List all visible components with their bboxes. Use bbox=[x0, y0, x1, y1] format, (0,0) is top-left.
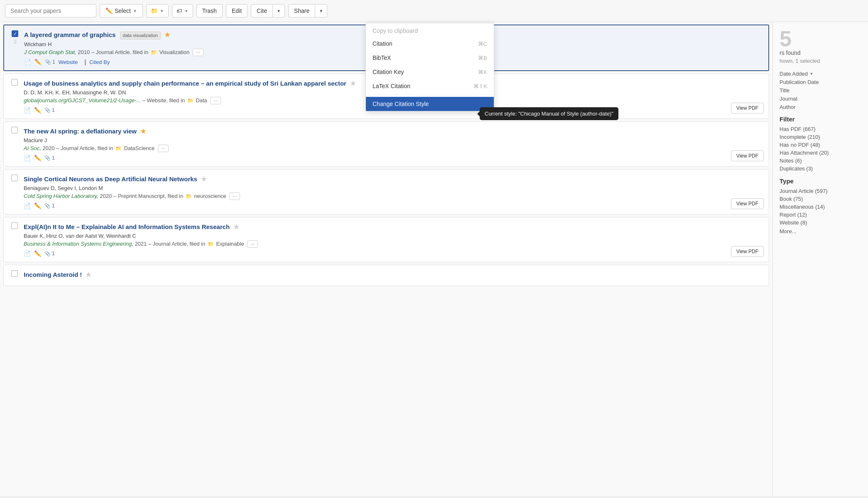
notes-icon[interactable]: 📄 bbox=[24, 250, 31, 257]
checkbox-area bbox=[10, 175, 20, 181]
tag-caret: ▼ bbox=[184, 9, 189, 13]
sort-title[interactable]: Title bbox=[780, 87, 861, 94]
star-icon[interactable]: ★ bbox=[201, 175, 206, 182]
filter-notes[interactable]: Notes (6) bbox=[780, 157, 861, 165]
edit-icon[interactable]: ✏️ bbox=[34, 155, 41, 161]
paper-source: AI Soc, 2020 – Journal Article, filed in… bbox=[24, 145, 763, 152]
paperclip-icon: 📎 bbox=[44, 107, 51, 113]
view-pdf-button[interactable]: View PDF bbox=[731, 246, 764, 257]
sort-options: Publication Date Title Journal Author bbox=[780, 79, 861, 111]
paper-item: Single Cortical Neurons as Deep Artifici… bbox=[3, 169, 769, 214]
type-website[interactable]: Website (8) bbox=[780, 219, 861, 227]
edit-icon[interactable]: ✏️ bbox=[34, 250, 41, 257]
filter-incomplete[interactable]: Incomplete (210) bbox=[780, 133, 861, 141]
star-icon[interactable]: ★ bbox=[86, 271, 91, 278]
star-icon[interactable]: ★ bbox=[350, 80, 356, 87]
paper-checkbox[interactable]: ✓ bbox=[12, 30, 18, 37]
folder-icon: 📁 bbox=[186, 193, 192, 199]
latex-citation-item[interactable]: LaTeX Citation ⌘⇧K bbox=[366, 79, 494, 93]
paper-checkbox[interactable] bbox=[11, 270, 18, 277]
sort-publication-date[interactable]: Publication Date bbox=[780, 79, 861, 86]
type-section: Type Journal Article (597) Book (75) Mis… bbox=[780, 178, 861, 234]
paper-title: Incoming Asteroid ! ★ bbox=[24, 270, 763, 279]
filter-attachment[interactable]: Has Attachment (20) bbox=[780, 149, 861, 157]
paper-actions: 📄 ✏️ 📎 1 bbox=[24, 155, 763, 161]
more-types-link[interactable]: More... bbox=[780, 228, 861, 234]
notes-icon[interactable]: 📄 bbox=[24, 202, 31, 209]
view-pdf-button[interactable]: View PDF bbox=[731, 198, 764, 209]
sort-arrow-icon: ▼ bbox=[809, 71, 814, 76]
more-button[interactable]: ··· bbox=[193, 49, 204, 56]
cited-by-link[interactable]: Cited By bbox=[89, 59, 110, 65]
filter-has-pdf[interactable]: Has PDF (667) bbox=[780, 125, 861, 133]
paper-checkbox[interactable] bbox=[11, 222, 18, 229]
website-link[interactable]: Website bbox=[59, 59, 78, 65]
drag-handle[interactable]: ⠿ bbox=[13, 39, 17, 45]
more-button[interactable]: ··· bbox=[247, 240, 258, 248]
paper-item: The new AI spring: a deflationary view ★… bbox=[3, 121, 769, 167]
edit-button[interactable]: Edit bbox=[226, 4, 248, 17]
edit-icon[interactable]: ✏️ bbox=[34, 202, 41, 209]
citation-key-item[interactable]: Citation Key ⌘K bbox=[366, 65, 494, 79]
sort-journal[interactable]: Journal bbox=[780, 95, 861, 102]
paper-content: Incoming Asteroid ! ★ bbox=[24, 270, 763, 281]
sort-label[interactable]: Date Added ▼ bbox=[780, 71, 861, 77]
edit-icon[interactable]: ✏️ bbox=[34, 59, 42, 65]
paper-checkbox[interactable] bbox=[11, 79, 18, 86]
attachment-badge: 📎 1 bbox=[44, 203, 55, 209]
filter-no-pdf[interactable]: Has no PDF (48) bbox=[780, 141, 861, 149]
tag-icon: 🏷 bbox=[177, 7, 182, 14]
cite-arrow-button[interactable]: ▼ bbox=[272, 4, 285, 17]
trash-button[interactable]: Trash bbox=[196, 4, 223, 17]
right-sidebar: 5 rs found hown, 1 selected Date Added ▼… bbox=[772, 22, 868, 496]
paper-checkbox[interactable] bbox=[11, 127, 18, 133]
change-citation-style-item[interactable]: Change Citation Style bbox=[366, 97, 494, 111]
citation-item[interactable]: Citation ⌘C bbox=[366, 37, 494, 51]
checkbox-area bbox=[10, 270, 20, 277]
folder-icon: 📁 bbox=[115, 145, 122, 151]
toolbar: ✏️ Select ▼ 📁 ▼ 🏷 ▼ Trash Edit Cite ▼ Sh… bbox=[0, 0, 868, 22]
paper-item: Incoming Asteroid ! ★ bbox=[3, 265, 769, 286]
type-book[interactable]: Book (75) bbox=[780, 195, 861, 203]
notes-icon[interactable]: 📄 bbox=[24, 155, 31, 161]
filter-duplicates[interactable]: Duplicates (3) bbox=[780, 165, 861, 173]
type-report[interactable]: Report (12) bbox=[780, 211, 861, 219]
sort-section: Date Added ▼ Publication Date Title Jour… bbox=[780, 71, 861, 111]
paper-title: Single Cortical Neurons as Deep Artifici… bbox=[24, 175, 763, 183]
search-input[interactable] bbox=[5, 4, 96, 17]
paperclip-icon: 📎 bbox=[44, 251, 51, 256]
notes-icon[interactable]: 📄 bbox=[24, 107, 31, 113]
edit-icon[interactable]: ✏️ bbox=[34, 107, 41, 113]
paper-tag: data visualization bbox=[120, 32, 161, 39]
cite-main-button[interactable]: Cite bbox=[251, 4, 272, 17]
type-title: Type bbox=[780, 178, 861, 185]
notes-icon[interactable]: 📄 bbox=[24, 59, 31, 65]
star-icon[interactable]: ★ bbox=[164, 31, 170, 38]
tag-button[interactable]: 🏷 ▼ bbox=[172, 4, 193, 17]
view-pdf-button[interactable]: View PDF bbox=[731, 103, 764, 113]
more-button[interactable]: ··· bbox=[210, 97, 221, 104]
bibtex-item[interactable]: BibTeX ⌘B bbox=[366, 51, 494, 65]
paperclip-icon: 📎 bbox=[44, 155, 51, 161]
paper-count: 5 bbox=[780, 28, 792, 49]
cite-dropdown-icon: ▼ bbox=[277, 9, 281, 13]
more-button[interactable]: ··· bbox=[158, 145, 169, 152]
paper-source: Business & Information Systems Engineeri… bbox=[24, 240, 763, 248]
paper-actions: 📄 ✏️ 📎 1 bbox=[24, 202, 763, 209]
folder-button[interactable]: 📁 ▼ bbox=[146, 4, 169, 17]
star-icon[interactable]: ★ bbox=[233, 223, 239, 230]
more-button[interactable]: ··· bbox=[229, 192, 240, 200]
select-caret: ▼ bbox=[133, 9, 137, 13]
cite-dropdown-menu: Copy to clipboard Citation ⌘C BibTeX ⌘B … bbox=[365, 23, 494, 111]
paperclip-icon: 📎 bbox=[45, 59, 51, 65]
paper-checkbox[interactable] bbox=[11, 175, 18, 181]
select-button[interactable]: ✏️ Select ▼ bbox=[100, 4, 143, 17]
star-icon[interactable]: ★ bbox=[140, 128, 146, 135]
share-arrow-button[interactable]: ▼ bbox=[315, 4, 327, 17]
paper-item: Expl(AI)n It to Me – Explainable AI and … bbox=[3, 217, 769, 262]
type-journal-article[interactable]: Journal Article (597) bbox=[780, 187, 861, 195]
sort-author[interactable]: Author bbox=[780, 104, 861, 111]
type-miscellaneous[interactable]: Miscellaneous (14) bbox=[780, 203, 861, 211]
view-pdf-button[interactable]: View PDF bbox=[731, 150, 764, 161]
share-main-button[interactable]: Share bbox=[288, 4, 315, 17]
